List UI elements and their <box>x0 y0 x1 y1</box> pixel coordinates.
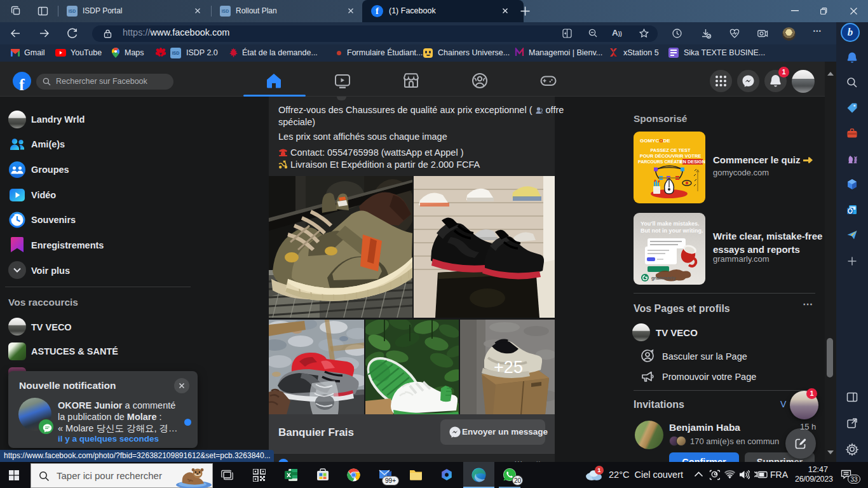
svg-text:PARCOURS CRÉATIF: PARCOURS CRÉATIF <box>638 159 684 164</box>
svg-text:grammarly: grammarly <box>651 275 676 281</box>
svg-text:EN DESIGN: EN DESIGN <box>680 159 705 165</box>
svg-text:But not in your writing.: But not in your writing. <box>641 227 703 234</box>
svg-text:You'll make mistakes.: You'll make mistakes. <box>641 220 700 227</box>
svg-text:+25: +25 <box>494 358 523 377</box>
svg-text:PASSEZ CE TEST: PASSEZ CE TEST <box>650 147 691 153</box>
svg-text:GOMYCODE: GOMYCODE <box>640 138 670 144</box>
svg-text:POUR DÉCOUVRIR VOTRE: POUR DÉCOUVRIR VOTRE <box>640 153 702 159</box>
